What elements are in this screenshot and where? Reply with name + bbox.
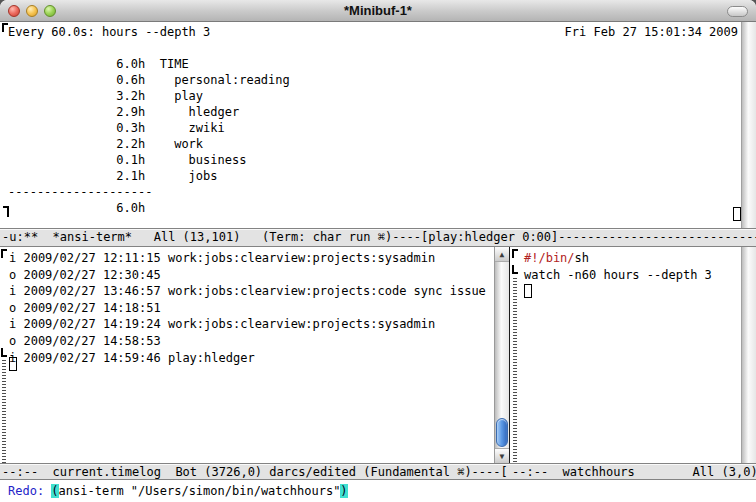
- modeline-watchhours: --:-- watchhours All (3,0): [510, 463, 756, 480]
- watch-datetime: Fri Feb 27 15:01:34 2009: [565, 24, 738, 40]
- terminal-cursor: [733, 207, 741, 221]
- scrollbar-up-arrow-icon: ▲: [500, 250, 505, 259]
- scrollbar-term[interactable]: [741, 22, 756, 228]
- buffer-end-indicator: [512, 265, 518, 274]
- scrollbar-down-arrow-icon: ▼: [500, 452, 505, 461]
- empty-line-indicators: [513, 278, 517, 463]
- modeline-current-timelog: --:-- current.timelog Bot (3726,0) darcs…: [0, 463, 510, 480]
- minibuffer-command: ansi-term "/Users/simon/bin/watchhours": [59, 484, 341, 498]
- script-command: watch -n60 hours --depth 3: [524, 268, 712, 282]
- modeline-watchhours-text: --:-- watchhours All (3,0): [510, 464, 756, 480]
- shebang-prefix: #!/bin/: [524, 251, 575, 265]
- window-title: *Minibuf-1*: [0, 3, 756, 18]
- open-paren-highlight: (: [51, 484, 58, 498]
- shebang-interpreter: sh: [575, 251, 589, 265]
- scrollbar-watchhours[interactable]: [741, 247, 756, 463]
- window-ansi-term[interactable]: Every 60.0s: hours --depth 3 Fri Feb 27 …: [0, 22, 756, 228]
- buffer-start-indicator: [512, 249, 518, 258]
- scrollbar-timelog[interactable]: ▲ ▼: [494, 247, 510, 463]
- watch-header: Every 60.0s: hours --depth 3: [8, 24, 210, 40]
- timelog-entries: i 2009/02/27 12:11:15 work:jobs:clearvie…: [0, 247, 494, 366]
- modeline-ansi-term: -u:** *ansi-term* All (13,101) (Term: ch…: [0, 228, 756, 247]
- scrollbar-up-button[interactable]: ▲: [495, 247, 509, 262]
- scrollbar-thumb[interactable]: [496, 418, 508, 447]
- close-paren-highlight: ): [340, 484, 347, 498]
- buffer-end-indicator: [1, 348, 7, 357]
- modeline-current-timelog-text: --:-- current.timelog Bot (3726,0) darcs…: [0, 464, 510, 480]
- bottom-modelines: --:-- current.timelog Bot (3726,0) darcs…: [0, 463, 756, 480]
- script-cursor: [524, 284, 532, 298]
- bottom-windows: i 2009/02/27 12:11:15 work:jobs:clearvie…: [0, 247, 756, 463]
- hours-report: 6.0h TIME 0.6h personal:reading 3.2h pla…: [8, 40, 290, 216]
- minibuffer[interactable]: Redo: (ansi-term "/Users/simon/bin/watch…: [0, 480, 756, 502]
- modeline-ansi-term-text: -u:** *ansi-term* All (13,101) (Term: ch…: [0, 229, 756, 245]
- empty-line-indicators: [2, 360, 6, 463]
- window-titlebar[interactable]: *Minibuf-1*: [0, 0, 756, 22]
- emacs-window: *Minibuf-1* Every 60.0s: hours --depth 3…: [0, 0, 756, 502]
- buffer-end-indicator: [3, 206, 9, 217]
- buffer-start-indicator: [1, 249, 7, 258]
- script-content: #!/bin/sh watch -n60 hours --depth 3: [510, 247, 741, 283]
- timelog-cursor: [9, 357, 17, 371]
- window-watchhours[interactable]: #!/bin/sh watch -n60 hours --depth 3: [510, 247, 741, 463]
- buffer-start-indicator: [2, 23, 8, 32]
- scrollbar-down-button[interactable]: ▼: [495, 448, 509, 463]
- minibuffer-prompt: Redo:: [8, 484, 51, 498]
- toolbar-toggle-button[interactable]: [727, 6, 748, 17]
- window-current-timelog[interactable]: i 2009/02/27 12:11:15 work:jobs:clearvie…: [0, 247, 494, 463]
